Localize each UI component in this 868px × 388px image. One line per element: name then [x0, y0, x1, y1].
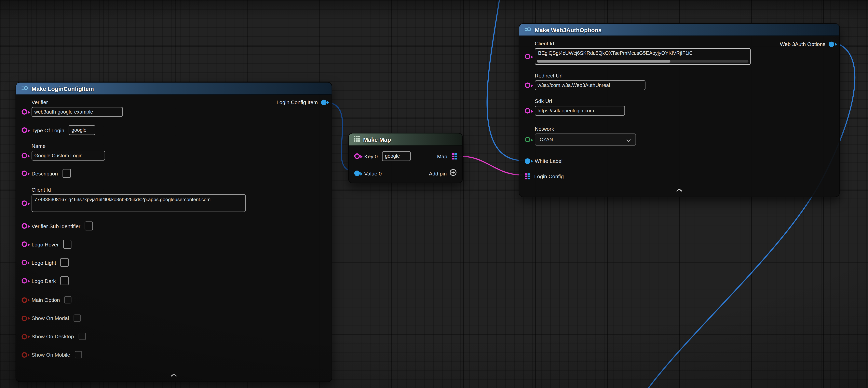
pin-show-on-desktop[interactable]	[22, 334, 27, 339]
map-output-label: Map	[437, 153, 447, 159]
show-on-mobile-label: Show On Mobile	[32, 352, 70, 358]
make-struct-icon	[21, 84, 28, 92]
type-of-login-label: Type Of Login	[32, 127, 64, 133]
chevron-down-icon	[626, 135, 631, 145]
redirect-url-label: Redirect Url	[535, 72, 646, 79]
collapse-chevron-icon[interactable]	[170, 369, 178, 379]
pin-main-option[interactable]	[22, 297, 27, 303]
name-label: Name	[32, 143, 105, 149]
add-pin-button[interactable]: Add pin	[429, 168, 457, 178]
verifier-label: Verifier	[32, 99, 123, 105]
pin-map-output[interactable]	[452, 153, 457, 159]
pin-type-of-login[interactable]	[22, 127, 27, 133]
show-on-desktop-checkbox[interactable]	[79, 333, 86, 340]
key-0-input[interactable]	[382, 151, 411, 161]
add-pin-label: Add pin	[429, 170, 447, 176]
node-title: Make Web3AuthOptions	[535, 26, 601, 33]
client-id-input[interactable]: 774338308167-q463s7kpvja16l4l0kko3nb925i…	[32, 195, 246, 212]
sdk-url-input[interactable]	[535, 106, 625, 116]
node-header-make-web3authoptions[interactable]: Make Web3AuthOptions	[519, 24, 839, 36]
collapse-chevron-icon[interactable]	[676, 184, 683, 195]
show-on-modal-checkbox[interactable]	[73, 315, 81, 322]
show-on-mobile-checkbox[interactable]	[74, 351, 82, 358]
pin-redirect-url[interactable]	[525, 82, 530, 88]
node-title: Make Map	[363, 136, 391, 143]
pin-show-on-mobile[interactable]	[22, 352, 27, 357]
pin-verifier-sub-identifier[interactable]	[22, 223, 27, 229]
login-config-label: Login Config	[534, 173, 564, 179]
pin-client-id[interactable]	[22, 201, 27, 206]
make-map-icon	[354, 136, 360, 143]
verifier-sub-identifier-label: Verifier Sub Identifier	[32, 223, 81, 229]
node-header-make-loginconfigitem[interactable]: Make LoginConfigItem	[16, 82, 332, 95]
pin-value-0[interactable]	[354, 171, 360, 176]
logo-light-input[interactable]	[61, 258, 69, 267]
client-id-scrollbar-track	[537, 60, 748, 62]
pin-client-id[interactable]	[525, 54, 530, 59]
network-dropdown[interactable]: CYAN	[535, 133, 636, 146]
type-of-login-input[interactable]	[69, 125, 95, 135]
add-pin-plus-icon	[450, 168, 457, 178]
name-input[interactable]	[32, 151, 105, 161]
pin-logo-light[interactable]	[22, 260, 27, 265]
client-id-scrollbar-thumb[interactable]	[537, 60, 670, 62]
pin-login-config-item-output[interactable]	[321, 99, 327, 105]
verifier-sub-identifier-input[interactable]	[85, 221, 93, 230]
pin-verifier[interactable]	[22, 109, 27, 115]
show-on-modal-label: Show On Modal	[32, 315, 69, 321]
network-value: CYAN	[540, 137, 553, 142]
client-id-value: BEglQSgt4cUWcj6SKRdu5QkOXTsePmMcusG5EAoy…	[535, 49, 750, 56]
blueprint-canvas[interactable]: Make LoginConfigItem Login Config Item V…	[0, 0, 868, 388]
value-0-label: Value 0	[364, 170, 382, 176]
wire-to-white-label[interactable]	[487, 0, 524, 161]
white-label-label: White Label	[535, 158, 562, 164]
pin-login-config[interactable]	[525, 173, 530, 179]
sdk-url-label: Sdk Url	[535, 98, 625, 104]
main-option-checkbox[interactable]	[64, 296, 71, 304]
key-0-label: Key 0	[364, 153, 378, 159]
redirect-url-input[interactable]	[535, 80, 646, 90]
node-make-web3authoptions[interactable]: Make Web3AuthOptions Web 3Auth Options C…	[519, 23, 840, 197]
description-input[interactable]	[62, 169, 70, 178]
node-header-make-map[interactable]: Make Map	[349, 133, 462, 146]
pin-web3auth-options-output[interactable]	[829, 41, 834, 47]
pin-network[interactable]	[525, 137, 530, 142]
logo-hover-input[interactable]	[63, 240, 71, 249]
client-id-label: Client Id	[32, 187, 246, 193]
output-label: Login Config Item	[277, 99, 318, 105]
network-label: Network	[535, 126, 636, 132]
pin-logo-hover[interactable]	[22, 241, 27, 247]
logo-dark-label: Logo Dark	[32, 278, 56, 284]
logo-dark-input[interactable]	[60, 276, 69, 285]
logo-hover-label: Logo Hover	[32, 241, 59, 247]
pin-name[interactable]	[22, 153, 27, 158]
main-option-label: Main Option	[32, 297, 60, 303]
logo-light-label: Logo Light	[32, 260, 56, 266]
node-make-map[interactable]: Make Map Key 0 Map Value 0 Add pin	[348, 133, 463, 183]
pin-white-label[interactable]	[525, 158, 530, 163]
client-id-input[interactable]: BEglQSgt4cUWcj6SKRdu5QkOXTsePmMcusG5EAoy…	[535, 48, 750, 65]
pin-logo-dark[interactable]	[22, 278, 27, 283]
description-label: Description	[32, 170, 58, 176]
pin-description[interactable]	[22, 171, 27, 176]
verifier-input[interactable]	[32, 107, 123, 117]
output-label: Web 3Auth Options	[780, 41, 826, 47]
pin-key-0[interactable]	[354, 153, 360, 159]
pin-show-on-modal[interactable]	[22, 316, 27, 321]
pin-sdk-url[interactable]	[525, 108, 530, 114]
show-on-desktop-label: Show On Desktop	[32, 333, 74, 339]
node-title: Make LoginConfigItem	[32, 85, 94, 92]
client-id-label: Client Id	[535, 40, 750, 47]
make-struct-icon	[524, 26, 532, 33]
node-make-loginconfigitem[interactable]: Make LoginConfigItem Login Config Item V…	[16, 82, 332, 382]
